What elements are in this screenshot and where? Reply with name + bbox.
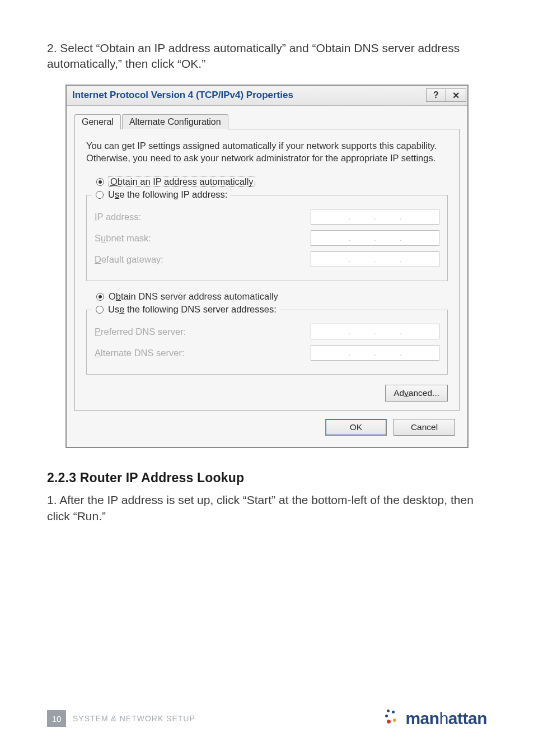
cancel-button[interactable]: Cancel bbox=[394, 419, 455, 436]
close-button[interactable]: ✕ bbox=[446, 88, 466, 102]
tab-general[interactable]: General bbox=[74, 114, 121, 129]
page-footer: 10 SYSTEM & NETWORK SETUP manhattan bbox=[0, 709, 534, 728]
ok-button[interactable]: OK bbox=[325, 419, 387, 436]
ipv4-properties-dialog: Internet Protocol Version 4 (TCP/IPv4) P… bbox=[65, 85, 469, 449]
dialog-titlebar: Internet Protocol Version 4 (TCP/IPv4) P… bbox=[67, 86, 467, 106]
footer-caption: SYSTEM & NETWORK SETUP bbox=[73, 714, 195, 723]
radio-selected-icon bbox=[96, 178, 104, 186]
input-subnet-mask[interactable]: ... bbox=[311, 230, 439, 246]
dialog-title: Internet Protocol Version 4 (TCP/IPv4) P… bbox=[72, 90, 293, 101]
label-default-gateway: Default gateway: bbox=[95, 254, 163, 265]
input-preferred-dns[interactable]: ... bbox=[311, 324, 439, 339]
tab-panel-general: You can get IP settings assigned automat… bbox=[74, 129, 460, 412]
brand-dots-icon bbox=[385, 710, 402, 724]
page-number-badge: 10 bbox=[47, 710, 66, 727]
group-use-ip: Use the following IP address: IP address… bbox=[86, 195, 448, 281]
radio-selected-icon bbox=[96, 293, 104, 301]
help-button[interactable]: ? bbox=[426, 88, 446, 102]
label-subnet-mask: Subnet mask: bbox=[95, 233, 151, 244]
label-preferred-dns: Preferred DNS server: bbox=[95, 326, 186, 337]
brand-logo: manhattan bbox=[385, 709, 487, 728]
input-alternate-dns[interactable]: ... bbox=[311, 345, 439, 361]
step-2-instruction: 2. Select “Obtain an IP address automati… bbox=[47, 40, 487, 72]
tab-strip: General Alternate Configuration bbox=[74, 113, 460, 129]
radio-unselected-icon bbox=[96, 306, 104, 314]
tab-alternate-configuration[interactable]: Alternate Configuration bbox=[122, 114, 228, 129]
step-1-instruction: 1. After the IP address is set up, click… bbox=[47, 492, 487, 524]
radio-obtain-ip-auto[interactable]: Obtain an IP address automatically bbox=[96, 176, 448, 187]
label-alternate-dns: Alternate DNS server: bbox=[95, 348, 184, 358]
radio-obtain-dns-label: tain DNS server address automatically bbox=[121, 291, 278, 301]
radio-unselected-icon bbox=[96, 191, 104, 199]
radio-obtain-dns-auto[interactable]: Obtain DNS server address automatically bbox=[96, 291, 448, 302]
info-text: You can get IP settings assigned automat… bbox=[86, 139, 448, 165]
input-default-gateway[interactable]: ... bbox=[311, 251, 439, 267]
advanced-button[interactable]: Advanced... bbox=[385, 385, 448, 402]
input-ip-address[interactable]: ... bbox=[311, 209, 439, 225]
section-2-2-3-heading: 2.2.3 Router IP Address Lookup bbox=[47, 470, 487, 486]
radio-use-following-ip[interactable]: Use the following IP address: bbox=[108, 189, 227, 200]
brand-wordmark: manhattan bbox=[405, 709, 487, 728]
group-use-dns: Use the following DNS server addresses: … bbox=[86, 310, 448, 375]
radio-obtain-ip-label: btain an IP address automatically bbox=[118, 176, 254, 186]
radio-use-following-dns[interactable]: Use the following DNS server addresses: bbox=[108, 304, 277, 315]
label-ip-address: IP address: bbox=[95, 212, 141, 222]
